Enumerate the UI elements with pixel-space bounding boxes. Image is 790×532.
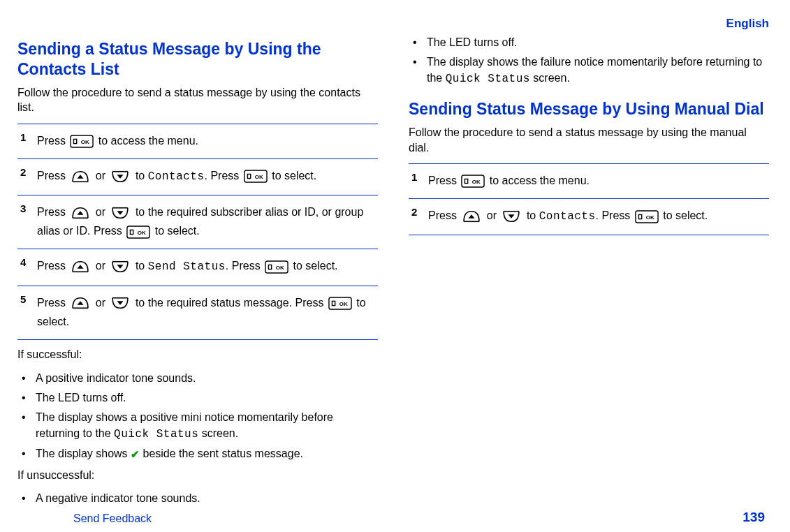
step-3: 3 Press or to the required subscriber al… <box>17 195 378 249</box>
step-text: . Press <box>226 260 263 272</box>
step-text: to select. <box>155 225 200 237</box>
item-text: beside the sent status message. <box>140 448 303 459</box>
step-text: . Press <box>596 209 634 221</box>
item-text: screen. <box>198 427 238 439</box>
up-arrow-key-icon <box>70 206 91 220</box>
menu-ok-key-icon <box>265 260 288 274</box>
step-2: 2 Press or to Contacts. Press to select. <box>409 198 769 235</box>
step-text: to select. <box>293 260 338 272</box>
up-arrow-key-icon <box>461 209 482 223</box>
list-item: A positive indicator tone sounds. <box>17 371 378 386</box>
menu-ok-key-icon <box>244 170 268 183</box>
item-text: screen. <box>530 72 570 84</box>
step-2: 2 Press or to Contacts. Press to select. <box>17 158 378 195</box>
step-text: Press <box>37 206 68 218</box>
checkmark-icon: ✔ <box>131 447 140 461</box>
code-text: Quick Status <box>114 428 198 441</box>
step-text: to select. <box>272 170 316 182</box>
section2-title: Sending Status Message by Using Manual D… <box>409 99 769 119</box>
item-text: The display shows <box>36 448 131 459</box>
step-text: Press <box>428 175 460 186</box>
menu-ok-key-icon <box>328 297 352 310</box>
section2-intro: Follow the procedure to send a status me… <box>409 125 769 155</box>
if-successful-label: If successful: <box>17 347 378 362</box>
step-number: 4 <box>20 253 26 272</box>
up-arrow-key-icon <box>70 170 91 184</box>
menu-ok-key-icon <box>461 175 485 188</box>
list-item: The display shows ✔ beside the sent stat… <box>17 446 378 461</box>
list-item: The LED turns off. <box>17 390 378 406</box>
step-1: 1 Press to access the menu. <box>17 124 378 158</box>
step-text: Press <box>37 260 68 272</box>
step-1: 1 Press to access the menu. <box>409 163 769 198</box>
up-arrow-key-icon <box>70 296 91 310</box>
list-item: The display shows the failure notice mom… <box>409 54 769 87</box>
step-text: . Press <box>205 170 242 182</box>
step-number: 3 <box>20 200 26 218</box>
language-header: English <box>17 17 769 31</box>
step-text: Press <box>428 209 460 221</box>
step-text: or <box>96 170 109 182</box>
send-feedback-link[interactable]: Send Feedback <box>73 512 152 525</box>
list-item: The LED turns off. <box>409 35 769 50</box>
step-number: 5 <box>20 290 26 309</box>
step-text: or <box>96 206 109 218</box>
content-columns: Sending a Status Message by Using the Co… <box>17 35 769 508</box>
step-5: 5 Press or to the required status messag… <box>17 286 378 340</box>
code-text: Send Status <box>148 260 226 273</box>
step-text: to access the menu. <box>490 175 590 186</box>
down-arrow-key-icon <box>110 260 131 274</box>
step-text: or <box>96 297 109 309</box>
section2-steps: 1 Press to access the menu. 2 Press or t… <box>409 163 769 235</box>
step-text: Press <box>37 170 68 182</box>
step-number: 2 <box>20 163 26 182</box>
step-text: or <box>96 260 109 272</box>
code-text: Quick Status <box>446 73 530 85</box>
step-text: Press <box>37 135 68 147</box>
down-arrow-key-icon <box>110 206 131 220</box>
step-number: 1 <box>411 168 417 186</box>
section1-intro: Follow the procedure to send a status me… <box>17 85 378 115</box>
success-bullets: A positive indicator tone sounds. The LE… <box>17 371 378 462</box>
if-unsuccessful-label: If unsuccessful: <box>17 468 378 483</box>
code-text: Contacts <box>148 170 205 183</box>
step-4: 4 Press or to Send Status. Press to sele… <box>17 249 378 285</box>
step-text: Press <box>37 297 68 309</box>
step-text: to <box>136 260 148 272</box>
step-text: or <box>487 209 500 221</box>
step-text: to <box>136 170 148 182</box>
code-text: Contacts <box>539 210 596 223</box>
list-item: The display shows a positive mini notice… <box>17 410 378 442</box>
step-number: 1 <box>20 128 26 147</box>
up-arrow-key-icon <box>70 260 91 274</box>
page-number: 139 <box>743 510 765 525</box>
down-arrow-key-icon <box>110 170 131 184</box>
down-arrow-key-icon <box>501 209 522 223</box>
page-footer: Send Feedback 139 <box>17 508 769 525</box>
step-number: 2 <box>411 203 417 221</box>
page: English Sending a Status Message by Usin… <box>0 0 790 532</box>
step-text: to select. <box>663 209 708 221</box>
step-text: to access the menu. <box>98 135 198 147</box>
menu-ok-key-icon <box>70 135 94 148</box>
step-text: to <box>527 209 539 221</box>
menu-ok-key-icon <box>635 210 659 223</box>
list-item: A negative indicator tone sounds. <box>17 491 378 506</box>
menu-ok-key-icon <box>126 226 150 239</box>
down-arrow-key-icon <box>110 296 131 310</box>
section1-title: Sending a Status Message by Using the Co… <box>17 39 378 80</box>
section1-steps: 1 Press to access the menu. 2 Press or t… <box>17 124 378 340</box>
step-text: to the required status message. Press <box>136 297 327 309</box>
